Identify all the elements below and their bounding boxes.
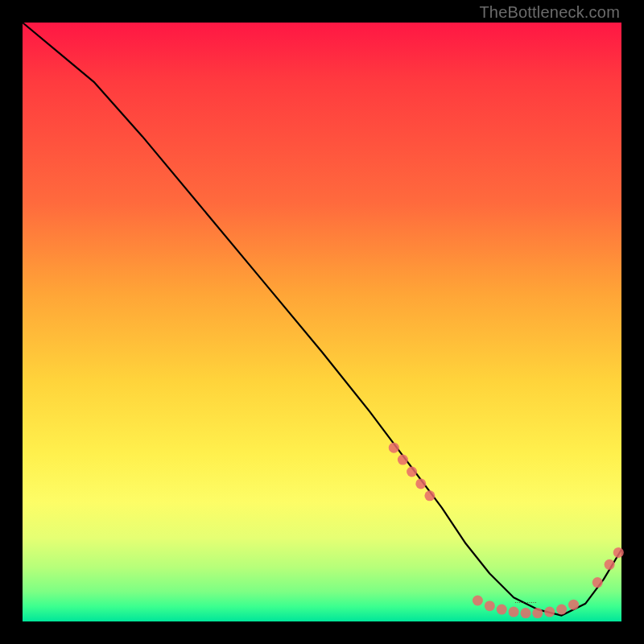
- data-point: [497, 605, 507, 615]
- curve-path: [23, 23, 621, 616]
- data-point: [592, 577, 603, 588]
- data-point: [532, 608, 543, 618]
- data-point: [521, 608, 531, 618]
- data-point: [544, 607, 555, 617]
- data-point: [407, 467, 417, 477]
- data-point: [556, 605, 567, 615]
- curve-line: [23, 23, 621, 616]
- annotation: ····· ·····: [514, 598, 537, 606]
- chart-overlay: ····· ·····: [23, 23, 621, 621]
- data-point: [509, 607, 519, 617]
- data-point: [398, 455, 408, 465]
- data-point: [605, 559, 615, 570]
- marker-points: [389, 443, 624, 618]
- watermark-text: TheBottleneck.com: [479, 3, 620, 22]
- data-point: [389, 443, 399, 453]
- data-point: [415, 478, 426, 489]
- data-point: [485, 601, 495, 611]
- data-point: [473, 596, 483, 606]
- trough-annotation: ····· ·····: [514, 598, 537, 606]
- data-point: [613, 547, 624, 558]
- chart-frame: TheBottleneck.com ····· ·····: [0, 0, 644, 644]
- data-point: [568, 600, 579, 610]
- data-point: [424, 490, 435, 501]
